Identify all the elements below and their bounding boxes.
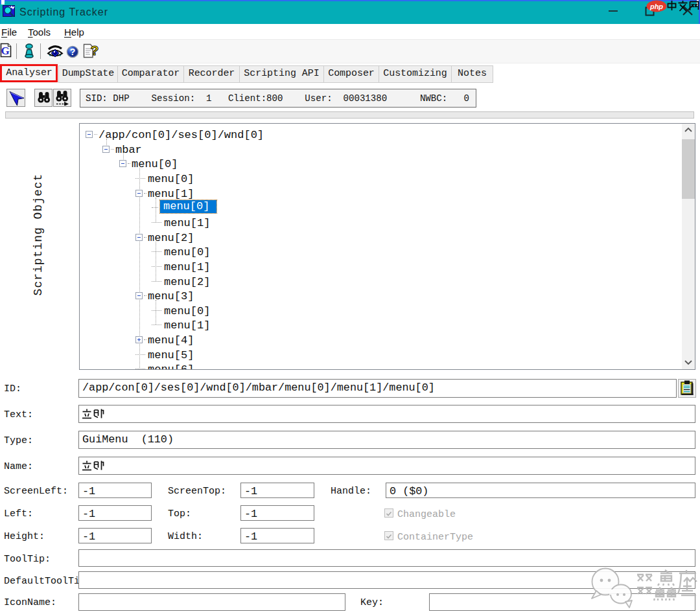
svg-text:G: G: [1, 45, 9, 57]
svg-text:php: php: [649, 3, 663, 10]
svg-text:?: ?: [91, 43, 99, 58]
svg-text:?: ?: [70, 47, 76, 57]
